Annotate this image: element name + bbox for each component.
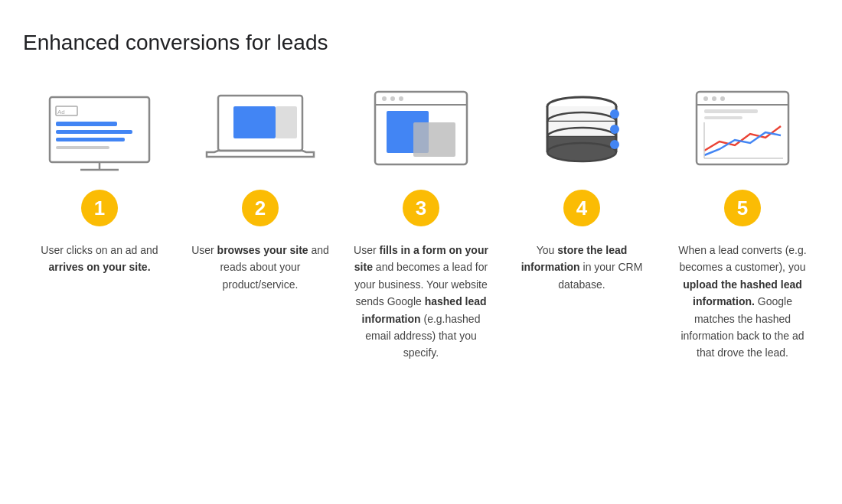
step-2-icon xyxy=(199,86,321,177)
svg-point-15 xyxy=(390,96,395,101)
svg-rect-7 xyxy=(56,138,125,141)
svg-text:Ad: Ad xyxy=(57,109,65,115)
step-1-text: User clicks on an ad and arrives on your… xyxy=(31,242,168,276)
svg-point-35 xyxy=(703,96,708,101)
step-5: 5 When a lead converts (e.g. becomes a c… xyxy=(666,86,819,362)
step-1-icon: Ad xyxy=(38,86,161,177)
svg-rect-18 xyxy=(413,122,455,157)
svg-rect-23 xyxy=(547,122,616,137)
svg-rect-39 xyxy=(704,116,742,119)
svg-rect-5 xyxy=(56,122,117,126)
svg-rect-38 xyxy=(704,109,758,113)
step-4-text: You store the lead information in your C… xyxy=(513,242,651,293)
step-3: 3 User fills in a form on your site and … xyxy=(344,86,498,362)
svg-point-31 xyxy=(610,125,619,134)
svg-point-32 xyxy=(610,140,619,149)
step-3-text: User fills in a form on your site and be… xyxy=(352,242,490,362)
svg-point-30 xyxy=(610,109,619,119)
svg-rect-10 xyxy=(233,106,276,138)
step-1-number: 1 xyxy=(81,190,118,226)
svg-point-27 xyxy=(547,143,616,161)
step-4: 4 You store the lead information in your… xyxy=(505,86,658,362)
step-3-number: 3 xyxy=(403,190,439,226)
svg-rect-20 xyxy=(547,106,616,122)
step-5-icon xyxy=(681,86,804,177)
steps-container: Ad 1 User clicks on an ad and arrives on… xyxy=(23,86,819,362)
svg-point-16 xyxy=(399,96,403,101)
svg-point-14 xyxy=(382,96,387,101)
step-4-number: 4 xyxy=(563,190,600,226)
svg-rect-11 xyxy=(276,106,297,138)
svg-point-36 xyxy=(712,96,716,101)
svg-rect-6 xyxy=(56,130,132,134)
step-1: Ad 1 User clicks on an ad and arrives on… xyxy=(23,86,176,362)
svg-point-37 xyxy=(720,96,725,101)
step-3-icon xyxy=(360,86,482,177)
step-2: 2 User browses your site and reads about… xyxy=(184,86,337,362)
svg-rect-8 xyxy=(56,146,109,149)
step-4-icon xyxy=(521,86,643,177)
step-2-text: User browses your site and reads about y… xyxy=(191,242,329,293)
step-5-text: When a lead converts (e.g. becomes a cus… xyxy=(674,242,811,362)
step-5-number: 5 xyxy=(724,190,761,226)
page-title: Enhanced conversions for leads xyxy=(23,31,819,55)
step-2-number: 2 xyxy=(242,190,279,226)
